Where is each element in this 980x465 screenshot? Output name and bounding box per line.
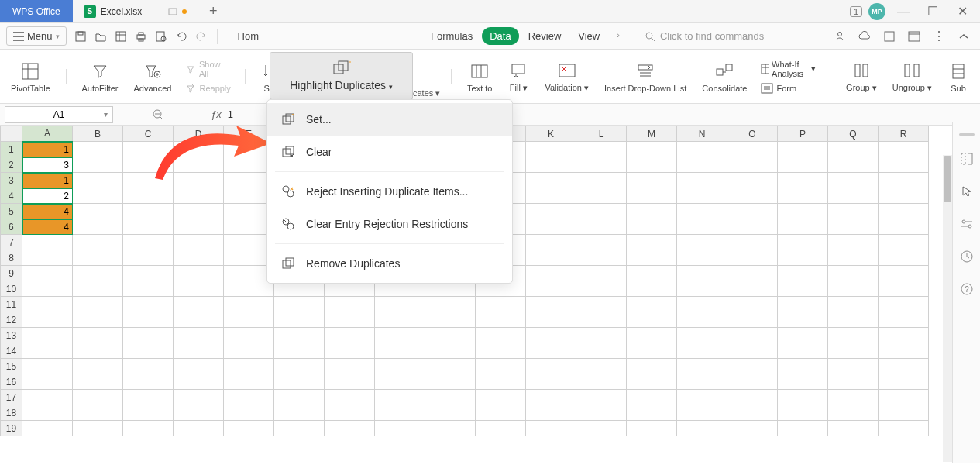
cell-C9[interactable] <box>123 266 174 281</box>
row-header-8[interactable]: 8 <box>1 250 22 266</box>
cell-O15[interactable] <box>727 359 778 374</box>
cell-Q17[interactable] <box>828 390 879 405</box>
cell-P16[interactable] <box>778 374 828 390</box>
cell-N3[interactable] <box>677 173 727 188</box>
cell-R3[interactable] <box>879 173 929 188</box>
cell-O6[interactable] <box>727 219 778 235</box>
cell-R7[interactable] <box>879 235 929 250</box>
cell-H18[interactable] <box>375 405 425 421</box>
cell-D11[interactable] <box>174 297 224 312</box>
cell-A3[interactable]: 1 <box>22 173 73 188</box>
cell-Q6[interactable] <box>828 219 879 235</box>
cell-A9[interactable] <box>22 266 73 281</box>
cell-D3[interactable] <box>174 173 224 188</box>
panel-handle[interactable] <box>959 133 975 136</box>
cell-N6[interactable] <box>677 219 727 235</box>
collapse-ribbon-button[interactable] <box>954 26 974 46</box>
cell-L3[interactable] <box>576 173 627 188</box>
cell-M8[interactable] <box>627 250 677 266</box>
cell-F18[interactable] <box>274 405 325 421</box>
cell-M12[interactable] <box>627 312 677 328</box>
cell-D13[interactable] <box>174 328 224 343</box>
cell-B14[interactable] <box>73 343 123 359</box>
cell-E17[interactable] <box>224 390 274 405</box>
cell-R8[interactable] <box>879 250 929 266</box>
cell-H16[interactable] <box>375 374 425 390</box>
cell-C15[interactable] <box>123 359 174 374</box>
tab-view[interactable]: View <box>570 27 607 45</box>
cell-Q12[interactable] <box>828 312 879 328</box>
cell-Q14[interactable] <box>828 343 879 359</box>
cell-A8[interactable] <box>22 250 73 266</box>
cell-K4[interactable] <box>526 188 576 204</box>
tab-data[interactable]: Data <box>482 27 518 45</box>
column-header-Q[interactable]: Q <box>828 126 879 142</box>
cell-I17[interactable] <box>425 390 476 405</box>
history-button[interactable] <box>879 26 899 46</box>
redo-button[interactable] <box>192 27 211 46</box>
cell-Q7[interactable] <box>828 235 879 250</box>
cell-A11[interactable] <box>22 297 73 312</box>
cell-K19[interactable] <box>526 421 576 436</box>
form-button[interactable]: Form <box>758 81 819 95</box>
cell-C3[interactable] <box>123 173 174 188</box>
cell-N17[interactable] <box>677 390 727 405</box>
cell-L1[interactable] <box>576 142 627 157</box>
cell-D10[interactable] <box>174 281 224 297</box>
cell-L18[interactable] <box>576 405 627 421</box>
more-button[interactable]: ⋮ <box>929 26 949 46</box>
cell-E10[interactable] <box>224 281 274 297</box>
cell-P4[interactable] <box>778 188 828 204</box>
cell-Q16[interactable] <box>828 374 879 390</box>
cell-E12[interactable] <box>224 312 274 328</box>
cell-R11[interactable] <box>879 297 929 312</box>
column-header-P[interactable]: P <box>778 126 828 142</box>
cell-R14[interactable] <box>879 343 929 359</box>
cell-J19[interactable] <box>476 421 526 436</box>
vertical-scrollbar[interactable] <box>943 155 952 462</box>
cell-C18[interactable] <box>123 405 174 421</box>
cell-F17[interactable] <box>274 390 325 405</box>
cell-N4[interactable] <box>677 188 727 204</box>
cell-F14[interactable] <box>274 343 325 359</box>
pivottable-button[interactable]: PivotTable <box>6 59 55 95</box>
cell-H19[interactable] <box>375 421 425 436</box>
cell-R12[interactable] <box>879 312 929 328</box>
cell-E13[interactable] <box>224 328 274 343</box>
undo-button[interactable] <box>172 27 191 46</box>
cell-L11[interactable] <box>576 297 627 312</box>
cell-C4[interactable] <box>123 188 174 204</box>
cell-N13[interactable] <box>677 328 727 343</box>
cell-K2[interactable] <box>526 157 576 173</box>
cell-C16[interactable] <box>123 374 174 390</box>
cell-M5[interactable] <box>627 204 677 219</box>
row-header-4[interactable]: 4 <box>1 188 22 204</box>
cell-O16[interactable] <box>727 374 778 390</box>
cell-R18[interactable] <box>879 405 929 421</box>
cell-L15[interactable] <box>576 359 627 374</box>
cell-O11[interactable] <box>727 297 778 312</box>
cell-N18[interactable] <box>677 405 727 421</box>
share-button[interactable] <box>830 26 850 46</box>
zoom-out-icon[interactable] <box>152 108 164 121</box>
cell-E19[interactable] <box>224 421 274 436</box>
cell-C13[interactable] <box>123 328 174 343</box>
row-header-13[interactable]: 13 <box>1 328 22 343</box>
cell-E18[interactable] <box>224 405 274 421</box>
cell-P18[interactable] <box>778 405 828 421</box>
cell-P3[interactable] <box>778 173 828 188</box>
fill-button[interactable]: Fill ▾ <box>503 58 534 95</box>
whatif-button[interactable]: What-If Analysis ▾ <box>758 58 819 80</box>
cell-I18[interactable] <box>425 405 476 421</box>
cell-N1[interactable] <box>677 142 727 157</box>
cell-R1[interactable] <box>879 142 929 157</box>
cell-I13[interactable] <box>425 328 476 343</box>
cell-R16[interactable] <box>879 374 929 390</box>
column-header-K[interactable]: K <box>526 126 576 142</box>
cell-R2[interactable] <box>879 157 929 173</box>
cell-L5[interactable] <box>576 204 627 219</box>
help-tool-button[interactable]: ? <box>958 280 976 298</box>
cell-A1[interactable]: 1 <box>22 142 73 157</box>
cell-C6[interactable] <box>123 219 174 235</box>
cell-O2[interactable] <box>727 157 778 173</box>
